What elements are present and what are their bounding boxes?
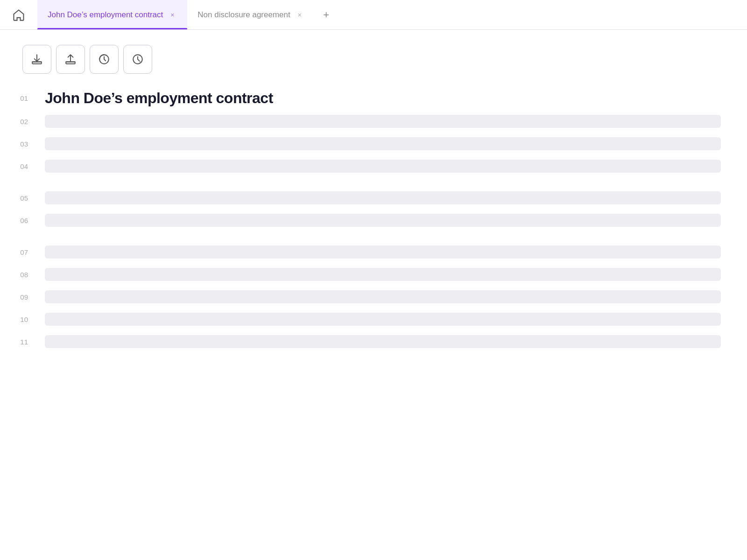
- tab-nda[interactable]: Non disclosure agreement ×: [187, 0, 314, 29]
- document-area: 01 John Doe’s employment contract 02 03 …: [0, 87, 747, 372]
- history2-icon: 2: [132, 53, 144, 65]
- line-placeholder-11: [45, 335, 721, 348]
- line-number-04: 04: [0, 162, 37, 170]
- line-content-05[interactable]: [37, 191, 728, 204]
- tab-bar: John Doe’s employment contract × Non dis…: [0, 0, 747, 30]
- line-number-03: 03: [0, 140, 37, 148]
- tab-close-button[interactable]: ×: [295, 10, 304, 20]
- line-row-02: 02: [0, 111, 747, 132]
- gap-1: [0, 178, 747, 187]
- tab-label: Non disclosure agreement: [197, 10, 290, 20]
- line-content-02[interactable]: [37, 115, 728, 128]
- tab-employment-contract[interactable]: John Doe’s employment contract ×: [37, 0, 187, 29]
- add-tab-button[interactable]: +: [315, 0, 338, 29]
- svg-text:2: 2: [139, 60, 141, 64]
- line-row-05: 05: [0, 187, 747, 209]
- line-row-03: 03: [0, 133, 747, 154]
- tab-label: John Doe’s employment contract: [48, 10, 163, 20]
- line-row-04: 04: [0, 155, 747, 177]
- line-number-07: 07: [0, 248, 37, 256]
- line-row-01: 01 John Doe’s employment contract: [0, 87, 747, 110]
- line-row-10: 10: [0, 308, 747, 330]
- line-row-06: 06: [0, 210, 747, 231]
- line-number-05: 05: [0, 194, 37, 202]
- toolbar: 2: [0, 30, 747, 87]
- line-number-06: 06: [0, 217, 37, 224]
- line-content-01: John Doe’s employment contract: [37, 87, 728, 110]
- line-row-11: 11: [0, 331, 747, 352]
- line-placeholder-06: [45, 214, 721, 227]
- line-number-09: 09: [0, 293, 37, 301]
- line-number-11: 11: [0, 338, 37, 346]
- line-placeholder-05: [45, 191, 721, 204]
- gap-2: [0, 232, 747, 241]
- line-placeholder-09: [45, 290, 721, 303]
- history2-button[interactable]: 2: [123, 45, 152, 74]
- line-placeholder-04: [45, 160, 721, 173]
- line-row-07: 07: [0, 241, 747, 263]
- upload-icon: [64, 53, 77, 65]
- line-content-09[interactable]: [37, 290, 728, 303]
- line-number-02: 02: [0, 118, 37, 126]
- line-content-07[interactable]: [37, 245, 728, 259]
- line-placeholder-10: [45, 313, 721, 326]
- line-content-03[interactable]: [37, 137, 728, 150]
- home-icon: [12, 8, 25, 21]
- line-content-06[interactable]: [37, 214, 728, 227]
- line-number-10: 10: [0, 315, 37, 323]
- line-placeholder-02: [45, 115, 721, 128]
- line-number-01: 01: [0, 94, 37, 102]
- line-placeholder-08: [45, 268, 721, 281]
- line-content-04[interactable]: [37, 160, 728, 173]
- download-button[interactable]: [22, 45, 51, 74]
- line-content-10[interactable]: [37, 313, 728, 326]
- home-button[interactable]: [0, 0, 37, 29]
- tab-close-button[interactable]: ×: [168, 10, 177, 20]
- line-number-08: 08: [0, 271, 37, 279]
- line-row-09: 09: [0, 286, 747, 308]
- line-content-08[interactable]: [37, 268, 728, 281]
- line-placeholder-03: [45, 137, 721, 150]
- line-content-11[interactable]: [37, 335, 728, 348]
- line-row-08: 08: [0, 264, 747, 285]
- history1-button[interactable]: [90, 45, 119, 74]
- history-icon: [98, 53, 110, 65]
- download-icon: [31, 53, 43, 65]
- upload-button[interactable]: [56, 45, 85, 74]
- document-title[interactable]: John Doe’s employment contract: [45, 90, 273, 106]
- line-placeholder-07: [45, 245, 721, 259]
